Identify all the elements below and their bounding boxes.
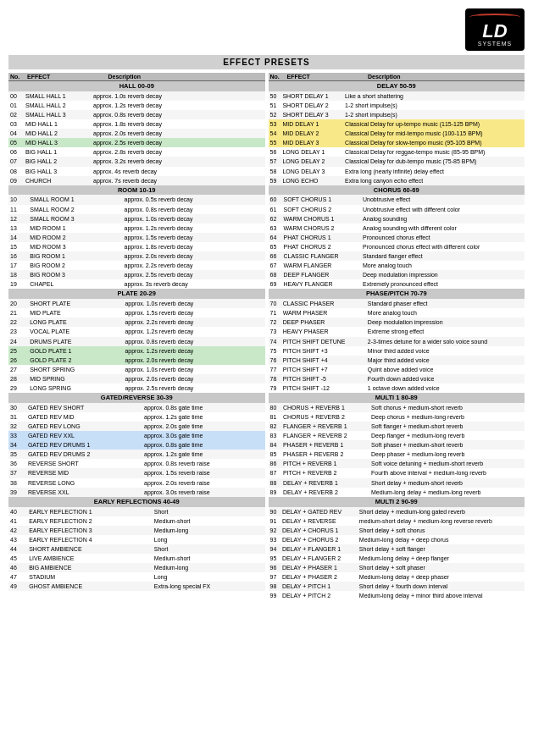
left-column: No. EFFECT Description HALL 00-09 00SMAL… (8, 73, 265, 600)
gated-header: GATED/REVERSE 30-39 (8, 393, 265, 403)
table-row: 45LIVE AMBIENCEMedium-short (8, 554, 265, 563)
table-row: 93DELAY + CHORUS 2Medium-long delay + de… (269, 535, 525, 544)
table-row: 90DELAY + GATED REVShort delay + medium-… (269, 507, 525, 516)
table-row: 16BIG ROOM 1approx. 2.0s reverb decay (8, 251, 265, 261)
table-row: 95DELAY + FLANGER 2Medium-long delay + d… (269, 554, 525, 563)
table-row: 11SMALL ROOM 2approx. 0.8s reverb decay (8, 205, 265, 214)
table-row: 98DELAY + PITCH 1Short delay + fourth do… (269, 582, 525, 591)
table-row: 89DELAY + REVERB 2Medium-long delay + me… (269, 488, 525, 497)
table-row: 31GATED REV MIDapprox. 1.2s gate time (8, 412, 265, 422)
table-row: 35GATED REV DRUMS 2approx. 1.2s gate tim… (8, 450, 265, 459)
table-row: 73HEAVY PHASERExtreme strong effect (269, 327, 525, 336)
table-row: 72DEEP PHASERDeep modulation impression (269, 317, 525, 327)
multi1-label: MULTI 1 80-89 (269, 393, 525, 403)
multi1-table: MULTI 1 80-89 80CHORUS + REVERB 1Soft ch… (269, 393, 525, 497)
hall-label: HALL 00-09 (8, 81, 265, 91)
table-row: 24DRUMS PLATEapprox. 0.8s reverb decay (8, 337, 265, 346)
chorus-header: CHORUS 60-69 (269, 185, 525, 196)
table-row: 01SMALL HALL 2approx. 1.2s reverb decay (8, 101, 265, 110)
right-header-effect: EFFECT (286, 73, 367, 80)
gated-label: GATED/REVERSE 30-39 (8, 393, 265, 403)
table-row: 87PITCH + REVERB 2Fourth above interval … (269, 468, 525, 477)
table-row: 30GATED REV SHORTapprox. 0.8s gate time (8, 403, 265, 412)
table-row: 40EARLY REFLECTION 1Short (8, 507, 265, 516)
table-row: 03MID HALL 1approx. 1.8s reverb decay (8, 119, 265, 129)
table-row: 74PITCH SHIFT DETUNE2-3-times detune for… (269, 337, 525, 346)
logo-systems: SYSTEMS (478, 41, 512, 47)
table-row: 21MID PLATEapprox. 1.5s reverb decay (8, 308, 265, 317)
table-row: 07BIG HALL 2approx. 3.2s reverb decay (8, 157, 265, 166)
table-row: 41EARLY REFLECTION 2Medium-short (8, 516, 265, 526)
table-row: 68DEEP FLANGERDeep modulation impression (269, 270, 525, 279)
table-row: 92DELAY + CHORUS 1Short delay + soft cho… (269, 526, 525, 535)
table-row: 42EARLY REFLECTION 3Medium-long (8, 526, 265, 535)
table-row: 49GHOST AMBIENCEExtra-long special FX (8, 582, 265, 591)
multi2-table: MULTI 2 90-99 90DELAY + GATED REVShort d… (269, 497, 525, 601)
table-row: 50SHORT DELAY 1Like a short shattering (269, 91, 525, 101)
table-row: 36REVERSE SHORTapprox. 0.8s reverb raise (8, 459, 265, 468)
table-row: 28MID SPRINGapprox. 2.0s reverb decay (8, 374, 265, 384)
chorus-label: CHORUS 60-69 (269, 185, 525, 196)
delay-table: DELAY 50-59 50SHORT DELAY 1Like a short … (269, 81, 525, 185)
table-row: 46BIG AMBIENCEMedium-long (8, 563, 265, 572)
table-row: 57LONG DELAY 2Classical Delay for dub-te… (269, 157, 525, 166)
table-row: 66CLASSIC FLANGERStandard flanger effect (269, 251, 525, 261)
table-row: 05MID HALL 3approx. 2.5s reverb decay (8, 138, 265, 147)
plate-table: PLATE 20-29 20SHORT PLATEapprox. 1.0s re… (8, 289, 265, 393)
table-row: 86PITCH + REVERB 1Soft voice detuning + … (269, 459, 525, 468)
room-table: ROOM 10-19 10SMALL ROOM 1approx. 0.5s re… (8, 185, 265, 290)
table-row: 32GATED REV LONGapprox. 2.0s gate time (8, 422, 265, 431)
table-row: 88DELAY + REVERB 1Short delay + medium-s… (269, 478, 525, 488)
table-row: 61SOFT CHORUS 2Unobtrusive effect with d… (269, 205, 525, 214)
room-label: ROOM 10-19 (8, 185, 265, 196)
table-row: 79PITCH SHIFT -121 octave down added voi… (269, 384, 525, 393)
left-col-headers: No. EFFECT Description (8, 73, 265, 81)
delay-label: DELAY 50-59 (269, 81, 525, 91)
table-row: 67WARM FLANGERMore analog touch (269, 261, 525, 270)
table-row: 94DELAY + FLANGER 1Short delay + soft fl… (269, 544, 525, 554)
table-row: 76PITCH SHIFT +4Major third added voice (269, 356, 525, 365)
right-header-no: No. (269, 73, 286, 80)
main-title: EFFECT PRESETS (8, 55, 525, 69)
phase-table: PHASE/PITCH 70-79 70CLASSIC PHASERStanda… (269, 289, 525, 393)
early-label: EARLY REFLECTIONS 40-49 (8, 497, 265, 507)
right-column: No. EFFECT Description DELAY 50-59 50SHO… (269, 73, 525, 600)
table-row: 17BIG ROOM 2approx. 2.2s reverb decay (8, 261, 265, 270)
chorus-table: CHORUS 60-69 60SOFT CHORUS 1Unobtrusive … (269, 185, 525, 290)
table-row: 23VOCAL PLATEapprox. 1.2s reverb decay (8, 327, 265, 336)
table-row: 63WARM CHORUS 2Analog sounding with diff… (269, 223, 525, 233)
table-row: 70CLASSIC PHASERStandard phaser effect (269, 299, 525, 308)
table-row: 20SHORT PLATEapprox. 1.0s reverb decay (8, 299, 265, 308)
left-header-desc: Description (107, 73, 265, 80)
table-row: 47STADIUMLong (8, 572, 265, 582)
table-row: 97DELAY + PHASER 2Medium-long delay + de… (269, 572, 525, 582)
table-row: 75PITCH SHIFT +3Minor third added voice (269, 346, 525, 356)
table-row: 08BIG HALL 3approx. 4s reverb decay (8, 167, 265, 176)
table-row: 39REVERSE XXLapprox. 3.0s reverb raise (8, 488, 265, 497)
table-row: 14MID ROOM 2approx. 1.5s reverb decay (8, 233, 265, 242)
table-row: 44SHORT AMBIENCEShort (8, 544, 265, 554)
page: LD SYSTEMS EFFECT PRESETS No. EFFECT Des… (0, 0, 533, 609)
table-row: 34GATED REV DRUMS 1approx. 0.8s gate tim… (8, 440, 265, 450)
table-row: 22LONG PLATEapprox. 2.2s reverb decay (8, 317, 265, 327)
table-row: 51SHORT DELAY 21-2 short impulse(s) (269, 101, 525, 110)
table-row: 33GATED REV XXLapprox. 3.0s gate time (8, 431, 265, 440)
table-row: 19CHAPELapprox. 3s reverb decay (8, 279, 265, 289)
multi2-header: MULTI 2 90-99 (269, 497, 525, 507)
table-row: 12SMALL ROOM 3approx. 1.0s reverb decay (8, 214, 265, 223)
table-row: 52SHORT DELAY 31-2 short impulse(s) (269, 110, 525, 119)
early-header: EARLY REFLECTIONS 40-49 (8, 497, 265, 507)
delay-header: DELAY 50-59 (269, 81, 525, 91)
table-row: 59LONG ECHOExtra long canyon echo effect (269, 176, 525, 185)
gated-table: GATED/REVERSE 30-39 30GATED REV SHORTapp… (8, 393, 265, 497)
logo-arc (469, 14, 520, 20)
table-row: 04MID HALL 2approx. 2.0s reverb decay (8, 129, 265, 138)
table-row: 85PHASER + REVERB 2Deep phaser + medium-… (269, 450, 525, 459)
table-row: 15MID ROOM 3approx. 1.8s reverb decay (8, 242, 265, 251)
table-row: 80CHORUS + REVERB 1Soft chorus + medium-… (269, 403, 525, 412)
table-row: 06BIG HALL 1approx. 2.8s reverb decay (8, 147, 265, 157)
logo-area: LD SYSTEMS (8, 8, 525, 51)
hall-header: HALL 00-09 (8, 81, 265, 91)
table-row: 13MID ROOM 1approx. 1.2s reverb decay (8, 223, 265, 233)
multi2-label: MULTI 2 90-99 (269, 497, 525, 507)
